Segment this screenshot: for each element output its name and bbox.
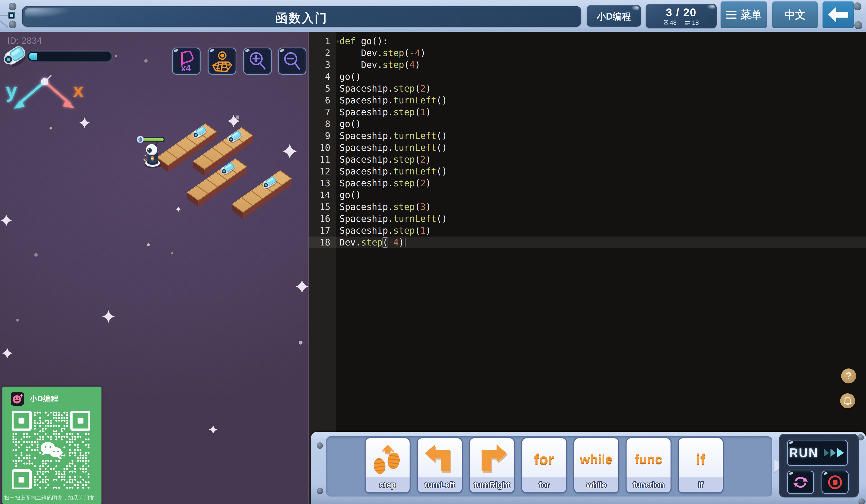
stop-button[interactable] bbox=[822, 471, 848, 494]
zoom-in-button[interactable] bbox=[243, 48, 272, 75]
speed-button[interactable]: x4 bbox=[172, 48, 201, 75]
star-dot bbox=[115, 55, 117, 57]
code-text: Spaceship.step(3) bbox=[340, 201, 431, 213]
code-token: step bbox=[393, 178, 415, 189]
help-button[interactable]: ? bbox=[841, 368, 856, 383]
editor-lines[interactable]: 1def go():2 Dev.step(-4)3 Dev.step(4)4go… bbox=[309, 35, 866, 248]
line-number: 3 bbox=[309, 59, 336, 71]
code-token: ( bbox=[404, 60, 409, 70]
code-token: -4 bbox=[410, 48, 420, 58]
code-line[interactable]: 7Spaceship.step(1) bbox=[309, 106, 866, 118]
code-token: ) bbox=[399, 237, 404, 248]
code-text: Dev.step(-4) bbox=[340, 47, 425, 59]
code-token: ) bbox=[425, 178, 431, 189]
code-token: step bbox=[393, 154, 415, 165]
line-number: 4 bbox=[309, 71, 336, 83]
code-line[interactable]: 17Spaceship.step(1) bbox=[309, 225, 866, 236]
code-token: Spaceship. bbox=[340, 95, 393, 105]
fold-marker-icon[interactable] bbox=[337, 40, 339, 43]
wire-decoration bbox=[0, 20, 9, 27]
code-token: Dev. bbox=[340, 60, 382, 70]
star-dot bbox=[299, 341, 302, 345]
panel-divider bbox=[308, 32, 309, 504]
code-line[interactable]: 12Spaceship.turnLeft() bbox=[309, 166, 866, 177]
screw-icon bbox=[9, 3, 16, 10]
turnLeft-command-icon bbox=[418, 438, 462, 479]
gloss-highlight bbox=[823, 472, 828, 475]
command-card-for[interactable]: forfor bbox=[521, 437, 567, 493]
command-card-function[interactable]: funcfunction bbox=[625, 437, 671, 493]
command-card-while[interactable]: whilewhile bbox=[574, 437, 619, 493]
command-label-text: function bbox=[633, 480, 664, 490]
code-line[interactable]: 3 Dev.step(4) bbox=[309, 59, 866, 71]
command-label-text: turnRight bbox=[474, 480, 510, 490]
axis-x-label: x bbox=[73, 80, 84, 101]
command-label: function bbox=[626, 478, 670, 492]
notification-button[interactable] bbox=[840, 393, 855, 408]
map-icon bbox=[211, 50, 233, 72]
line-number: 17 bbox=[309, 225, 336, 236]
code-line[interactable]: 13Spaceship.step(2) bbox=[309, 177, 866, 189]
code-token: () bbox=[436, 166, 447, 177]
menu-button[interactable]: 菜单 bbox=[721, 1, 767, 28]
run-button[interactable]: RUN bbox=[787, 440, 848, 466]
code-line[interactable]: 8go() bbox=[309, 118, 866, 130]
command-card-step[interactable]: step bbox=[365, 437, 411, 493]
step-command-icon bbox=[366, 438, 410, 479]
zoom-out-button[interactable] bbox=[278, 48, 307, 75]
gloss-highlight bbox=[631, 6, 639, 11]
program-name-chip[interactable]: 小D编程 bbox=[587, 5, 641, 26]
code-line[interactable]: 18Dev.step(-4) bbox=[309, 236, 866, 248]
code-token: step bbox=[382, 60, 404, 70]
code-text: Spaceship.step(2) bbox=[340, 177, 431, 189]
command-card-turnRight[interactable]: turnRight bbox=[469, 437, 515, 493]
code-line[interactable]: 14go() bbox=[309, 189, 866, 201]
astronaut-character bbox=[143, 142, 161, 168]
code-line[interactable]: 9Spaceship.turnLeft() bbox=[309, 130, 866, 142]
level-progress-chip[interactable]: 3 / 20 48 18 bbox=[646, 4, 717, 28]
game-scene[interactable]: yx ID: 2834 x4 bbox=[0, 32, 309, 504]
qr-code bbox=[12, 411, 90, 489]
code-token: ( bbox=[415, 202, 420, 212]
command-label: for bbox=[522, 478, 566, 492]
star-sparkle bbox=[209, 425, 218, 434]
while-command-icon: while bbox=[574, 438, 618, 479]
code-line[interactable]: 6Spaceship.turnLeft() bbox=[309, 94, 866, 106]
code-token: () bbox=[436, 131, 447, 141]
back-arrow-icon bbox=[828, 7, 848, 23]
code-token: 4 bbox=[410, 60, 415, 70]
code-token: -4 bbox=[388, 237, 399, 248]
command-label: turnLeft bbox=[418, 478, 462, 492]
code-line[interactable]: 2 Dev.step(-4) bbox=[309, 47, 866, 59]
code-line[interactable]: 4go() bbox=[309, 71, 866, 83]
code-line[interactable]: 16Spaceship.turnLeft() bbox=[309, 213, 866, 225]
screw-icon bbox=[853, 2, 862, 10]
code-token: step bbox=[393, 107, 415, 117]
code-line[interactable]: 5Spaceship.step(2) bbox=[309, 83, 866, 94]
code-token: 2 bbox=[420, 83, 425, 94]
code-text: Dev.step(-4) bbox=[340, 236, 406, 248]
command-card-turnLeft[interactable]: turnLeft bbox=[417, 437, 463, 493]
command-label: step bbox=[366, 478, 410, 492]
code-text: Spaceship.turnLeft() bbox=[340, 166, 447, 177]
command-label-text: for bbox=[539, 480, 549, 490]
line-number: 14 bbox=[309, 189, 336, 201]
time-count: 48 bbox=[664, 19, 677, 26]
menu-label: 菜单 bbox=[740, 8, 762, 22]
code-token: ) bbox=[425, 225, 431, 236]
axis-y-label: y bbox=[6, 79, 17, 102]
code-text: Spaceship.step(2) bbox=[340, 83, 431, 94]
reload-button[interactable] bbox=[787, 471, 814, 494]
language-label: 中文 bbox=[784, 8, 806, 22]
code-line[interactable]: 15Spaceship.step(3) bbox=[309, 201, 866, 213]
command-card-if[interactable]: ifif bbox=[678, 437, 724, 493]
code-token: Dev. bbox=[340, 237, 361, 248]
map-button[interactable] bbox=[208, 48, 236, 75]
code-line[interactable]: 11Spaceship.step(2) bbox=[309, 154, 866, 166]
language-button[interactable]: 中文 bbox=[772, 1, 818, 28]
back-button[interactable] bbox=[822, 1, 854, 28]
code-line[interactable]: 10Spaceship.turnLeft() bbox=[309, 142, 866, 154]
command-toolbar: step turnLeft turnRightforforwhilewhilef… bbox=[311, 432, 866, 504]
code-line[interactable]: 1def go(): bbox=[309, 35, 866, 47]
star-sparkle bbox=[102, 310, 115, 323]
